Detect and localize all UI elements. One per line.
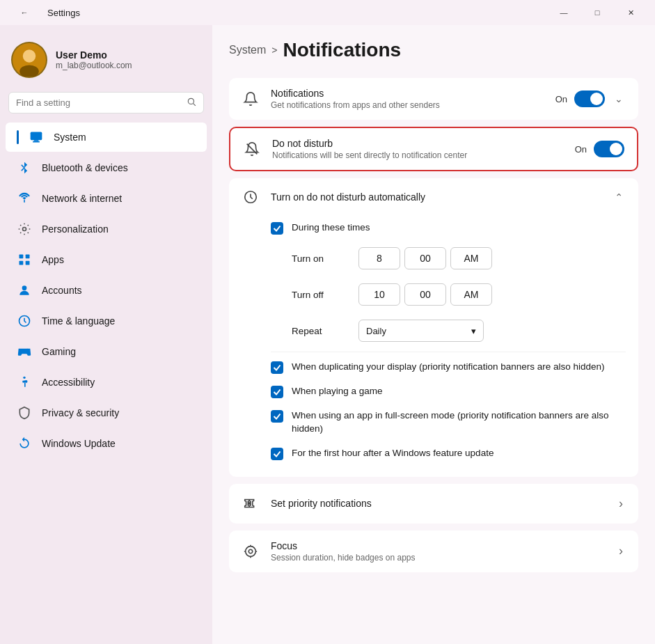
user-profile[interactable]: User Demo m_lab@outlook.com: [0, 33, 212, 92]
user-info: User Demo m_lab@outlook.com: [56, 49, 132, 70]
dnd-text: Do not disturb Notifications will be sen…: [272, 138, 564, 160]
dnd-card: Do not disturb Notifications will be sen…: [229, 127, 638, 171]
sidebar-item-apps[interactable]: Apps: [6, 245, 207, 274]
sidebar-label-update: Windows Update: [42, 438, 116, 449]
notifications-expand-button[interactable]: ⌄: [612, 91, 626, 107]
network-icon: [17, 191, 32, 206]
accessibility-icon: [17, 375, 32, 390]
turn-off-period[interactable]: AM: [450, 283, 492, 306]
content-area: System > Notifications Notifications Get…: [212, 25, 655, 644]
titlebar-left: ← Settings: [8, 1, 80, 24]
system-icon: [29, 129, 44, 145]
clock-icon: [242, 188, 260, 206]
turn-on-period[interactable]: AM: [450, 247, 492, 269]
when-update-row: For the first hour after a Windows featu…: [271, 441, 626, 466]
active-indicator: [17, 130, 19, 144]
notifications-toggle[interactable]: [574, 91, 605, 107]
sidebar-item-gaming[interactable]: Gaming: [6, 337, 207, 366]
svg-line-4: [194, 104, 196, 106]
turn-off-row: Turn off 10 00 AM: [271, 276, 626, 313]
svg-rect-6: [34, 140, 39, 141]
svg-rect-13: [19, 261, 24, 265]
during-times-label: During these times: [292, 221, 370, 235]
repeat-label: Repeat: [292, 326, 347, 336]
when-fullscreen-checkbox[interactable]: [271, 410, 283, 423]
auto-dnd-label: Turn on do not disturb automatically: [271, 191, 601, 203]
turn-off-hour[interactable]: 10: [358, 283, 400, 306]
when-gaming-checkbox[interactable]: [271, 386, 283, 398]
svg-point-15: [22, 285, 27, 290]
notifications-label: Notifications: [271, 88, 544, 99]
focus-text: Focus Session duration, hide badges on a…: [271, 540, 605, 563]
update-icon: [17, 436, 32, 451]
sidebar-item-time[interactable]: Time & language: [6, 306, 207, 336]
when-fullscreen-row: When using an app in full-screen mode (p…: [271, 404, 626, 441]
turn-on-hour[interactable]: 8: [358, 247, 400, 269]
during-times-row: During these times: [271, 216, 626, 240]
when-duplicating-checkbox[interactable]: [271, 361, 283, 374]
toggle-thumb: [590, 93, 603, 105]
privacy-icon: [17, 405, 32, 421]
dnd-row[interactable]: Do not disturb Notifications will be sen…: [230, 128, 637, 170]
sidebar-item-personalization[interactable]: Personalization: [6, 214, 207, 244]
auto-dnd-collapse-button[interactable]: ⌄: [612, 189, 626, 205]
sidebar-item-network[interactable]: Network & internet: [6, 184, 207, 213]
svg-rect-7: [33, 141, 40, 143]
priority-row[interactable]: Set priority notifications ›: [229, 484, 638, 524]
page-title: Notifications: [283, 39, 402, 61]
time-icon: [17, 313, 32, 329]
sidebar-label-system: System: [54, 132, 86, 143]
turn-on-minute[interactable]: 00: [404, 247, 446, 269]
maximize-button[interactable]: □: [581, 1, 613, 24]
dnd-control: On: [575, 141, 624, 157]
titlebar-title: Settings: [47, 8, 80, 18]
priority-card: Set priority notifications ›: [229, 484, 638, 524]
sidebar-label-network: Network & internet: [42, 193, 122, 204]
close-button[interactable]: ✕: [615, 1, 647, 24]
dnd-toggle[interactable]: [594, 141, 624, 157]
notifications-row[interactable]: Notifications Get notifications from app…: [229, 78, 638, 120]
when-fullscreen-label: When using an app in full-screen mode (p…: [292, 409, 626, 436]
svg-rect-11: [19, 255, 24, 259]
gaming-icon: [17, 344, 32, 359]
dnd-state: On: [575, 144, 587, 155]
search-input[interactable]: [16, 97, 181, 108]
sidebar-item-accessibility[interactable]: Accessibility: [6, 368, 207, 397]
priority-navigate-button[interactable]: ›: [616, 494, 626, 514]
svg-point-17: [23, 377, 25, 379]
svg-line-9: [22, 168, 24, 171]
search-box[interactable]: [8, 92, 204, 113]
focus-navigate-button[interactable]: ›: [616, 541, 626, 561]
during-times-checkbox[interactable]: [271, 222, 283, 235]
minimize-button[interactable]: —: [548, 1, 580, 24]
auto-dnd-header[interactable]: Turn on do not disturb automatically ⌄: [229, 178, 638, 216]
user-name: User Demo: [56, 49, 132, 61]
sidebar-item-system[interactable]: System: [6, 123, 207, 152]
sidebar-label-privacy: Privacy & security: [42, 407, 119, 418]
user-email: m_lab@outlook.com: [56, 61, 132, 70]
when-duplicating-row: When duplicating your display (priority …: [271, 355, 626, 379]
when-gaming-row: When playing a game: [271, 379, 626, 404]
apps-icon: [17, 252, 32, 267]
sidebar: User Demo m_lab@outlook.com System: [0, 25, 212, 644]
turn-off-label: Turn off: [292, 290, 347, 300]
sidebar-item-accounts[interactable]: Accounts: [6, 276, 207, 305]
focus-label: Focus: [271, 540, 605, 551]
sidebar-item-bluetooth[interactable]: Bluetooth & devices: [6, 153, 207, 182]
accounts-icon: [17, 283, 32, 298]
turn-off-minute[interactable]: 00: [404, 283, 446, 306]
when-gaming-label: When playing a game: [292, 385, 383, 398]
svg-rect-5: [31, 132, 42, 141]
auto-dnd-content: During these times Turn on 8 00 AM Turn …: [229, 216, 638, 477]
notifications-state: On: [555, 94, 567, 104]
sidebar-item-privacy[interactable]: Privacy & security: [6, 398, 207, 427]
notification-bell-icon: [242, 90, 260, 108]
back-button[interactable]: ←: [8, 1, 40, 24]
when-update-checkbox[interactable]: [271, 448, 283, 460]
search-icon: [187, 97, 196, 109]
focus-desc: Session duration, hide badges on apps: [271, 553, 605, 563]
focus-row[interactable]: Focus Session duration, hide badges on a…: [229, 531, 638, 572]
notifications-text: Notifications Get notifications from app…: [271, 88, 544, 110]
sidebar-item-update[interactable]: Windows Update: [6, 429, 207, 458]
repeat-select[interactable]: Daily ▾: [358, 320, 484, 342]
